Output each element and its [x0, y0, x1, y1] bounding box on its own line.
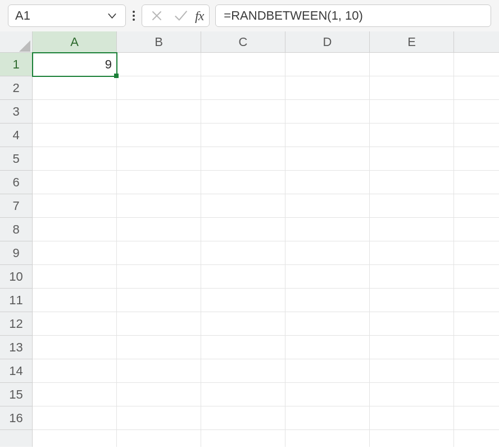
- row-header-7[interactable]: 7: [0, 194, 32, 218]
- cell-A9[interactable]: [33, 241, 117, 265]
- cell-C7[interactable]: [201, 194, 285, 218]
- cell-A3[interactable]: [33, 100, 117, 124]
- cell-A12[interactable]: [33, 312, 117, 336]
- cell-partial[interactable]: [370, 430, 454, 447]
- row-header-11[interactable]: 11: [0, 289, 32, 312]
- row-header-partial[interactable]: [0, 430, 32, 447]
- cell-C4[interactable]: [201, 124, 285, 147]
- cell-partial[interactable]: [454, 194, 499, 218]
- cell-partial[interactable]: [454, 124, 499, 147]
- cell-partial[interactable]: [201, 430, 285, 447]
- cell-C2[interactable]: [201, 76, 285, 100]
- row-header-2[interactable]: 2: [0, 76, 32, 100]
- cell-partial[interactable]: [285, 430, 370, 447]
- cell-B15[interactable]: [117, 383, 201, 406]
- cell-E15[interactable]: [370, 383, 454, 406]
- cell-C16[interactable]: [201, 406, 285, 430]
- cell-C8[interactable]: [201, 218, 285, 241]
- column-header-D[interactable]: D: [285, 31, 370, 52]
- cell-A2[interactable]: [33, 76, 117, 100]
- cell-E16[interactable]: [370, 406, 454, 430]
- cancel-formula-icon[interactable]: [148, 7, 166, 25]
- cell-D15[interactable]: [285, 383, 370, 406]
- cell-D3[interactable]: [285, 100, 370, 124]
- cell-D6[interactable]: [285, 171, 370, 194]
- row-header-16[interactable]: 16: [0, 406, 32, 430]
- cell-B6[interactable]: [117, 171, 201, 194]
- row-header-13[interactable]: 13: [0, 336, 32, 359]
- cell-A5[interactable]: [33, 147, 117, 171]
- cell-B2[interactable]: [117, 76, 201, 100]
- row-header-10[interactable]: 10: [0, 265, 32, 289]
- fx-icon[interactable]: fx: [195, 8, 203, 24]
- cell-C6[interactable]: [201, 171, 285, 194]
- cell-A1[interactable]: 9: [33, 53, 117, 76]
- cell-E12[interactable]: [370, 312, 454, 336]
- cell-A10[interactable]: [33, 265, 117, 289]
- cell-D7[interactable]: [285, 194, 370, 218]
- cell-D10[interactable]: [285, 265, 370, 289]
- cell-partial[interactable]: [454, 53, 499, 76]
- row-header-1[interactable]: 1: [0, 53, 32, 76]
- cell-C12[interactable]: [201, 312, 285, 336]
- cell-E7[interactable]: [370, 194, 454, 218]
- cell-B5[interactable]: [117, 147, 201, 171]
- cell-B10[interactable]: [117, 265, 201, 289]
- name-box-dropdown-icon[interactable]: [103, 7, 121, 25]
- cell-B4[interactable]: [117, 124, 201, 147]
- cell-D14[interactable]: [285, 359, 370, 383]
- select-all-corner[interactable]: [0, 31, 33, 53]
- cell-D16[interactable]: [285, 406, 370, 430]
- cell-partial[interactable]: [117, 430, 201, 447]
- cell-E11[interactable]: [370, 289, 454, 312]
- cell-E5[interactable]: [370, 147, 454, 171]
- cell-D11[interactable]: [285, 289, 370, 312]
- cell-D8[interactable]: [285, 218, 370, 241]
- cell-partial[interactable]: [454, 336, 499, 359]
- cell-C11[interactable]: [201, 289, 285, 312]
- cell-C14[interactable]: [201, 359, 285, 383]
- row-header-3[interactable]: 3: [0, 100, 32, 124]
- cell-B14[interactable]: [117, 359, 201, 383]
- name-box[interactable]: A1: [8, 4, 126, 27]
- cell-A11[interactable]: [33, 289, 117, 312]
- cell-A8[interactable]: [33, 218, 117, 241]
- cell-partial[interactable]: [454, 383, 499, 406]
- cell-partial[interactable]: [454, 76, 499, 100]
- row-header-8[interactable]: 8: [0, 218, 32, 241]
- cell-B3[interactable]: [117, 100, 201, 124]
- cell-C9[interactable]: [201, 241, 285, 265]
- cell-partial[interactable]: [454, 147, 499, 171]
- cell-A4[interactable]: [33, 124, 117, 147]
- cell-B1[interactable]: [117, 53, 201, 76]
- cell-B12[interactable]: [117, 312, 201, 336]
- cell-C13[interactable]: [201, 336, 285, 359]
- more-options-icon[interactable]: [131, 11, 136, 21]
- cell-B7[interactable]: [117, 194, 201, 218]
- cell-B9[interactable]: [117, 241, 201, 265]
- row-header-4[interactable]: 4: [0, 124, 32, 147]
- column-header-partial[interactable]: [454, 31, 499, 52]
- cell-B16[interactable]: [117, 406, 201, 430]
- row-header-12[interactable]: 12: [0, 312, 32, 336]
- cell-partial[interactable]: [454, 218, 499, 241]
- cell-C1[interactable]: [201, 53, 285, 76]
- cell-D12[interactable]: [285, 312, 370, 336]
- cell-partial[interactable]: [454, 289, 499, 312]
- cell-A13[interactable]: [33, 336, 117, 359]
- row-header-6[interactable]: 6: [0, 171, 32, 194]
- cell-partial[interactable]: [33, 430, 117, 447]
- cell-E10[interactable]: [370, 265, 454, 289]
- cell-A14[interactable]: [33, 359, 117, 383]
- cell-B13[interactable]: [117, 336, 201, 359]
- cell-partial[interactable]: [454, 171, 499, 194]
- cell-partial[interactable]: [454, 241, 499, 265]
- cell-E8[interactable]: [370, 218, 454, 241]
- row-header-5[interactable]: 5: [0, 147, 32, 171]
- row-header-9[interactable]: 9: [0, 241, 32, 265]
- column-header-A[interactable]: A: [33, 31, 117, 52]
- cell-B8[interactable]: [117, 218, 201, 241]
- cell-E6[interactable]: [370, 171, 454, 194]
- cell-E9[interactable]: [370, 241, 454, 265]
- cell-partial[interactable]: [454, 100, 499, 124]
